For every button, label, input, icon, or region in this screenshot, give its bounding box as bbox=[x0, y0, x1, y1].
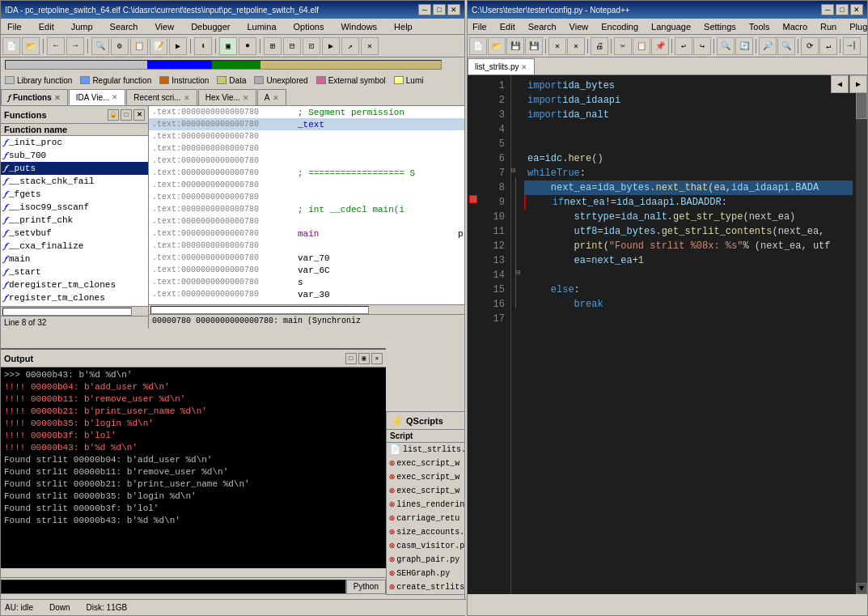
script-item-carriage[interactable]: ⊗ carriage_retu bbox=[387, 512, 464, 525]
func-item-sscanf[interactable]: 𝑓 __isoc99_sscanf bbox=[1, 201, 148, 214]
notepad-close-button[interactable]: ✕ bbox=[850, 4, 863, 15]
menu-help[interactable]: Help bbox=[392, 21, 415, 32]
toolbar-btn16[interactable]: ✕ bbox=[361, 37, 379, 55]
np-menu-encoding[interactable]: Encoding bbox=[599, 21, 641, 32]
script-item-list-strlits[interactable]: 📄 list_strlits.p bbox=[387, 443, 464, 457]
code-editor[interactable]: import ida_bytes import ida_idaapi impor… bbox=[521, 75, 856, 594]
hex-view-tab-close[interactable]: ✕ bbox=[243, 94, 249, 102]
tab-recent-scripts[interactable]: Recent scri... ✕ bbox=[126, 89, 197, 105]
np-tool-new[interactable]: 📄 bbox=[469, 37, 487, 55]
toolbar-new[interactable]: 📄 bbox=[2, 37, 20, 55]
toolbar-btn11[interactable]: ⊞ bbox=[264, 37, 282, 55]
np-tool-copy[interactable]: 📋 bbox=[633, 37, 650, 55]
functions-lock-button[interactable]: 🔒 bbox=[108, 109, 119, 121]
func-item-register[interactable]: 𝑓 register_tm_clones bbox=[1, 291, 148, 304]
np-menu-run[interactable]: Run bbox=[818, 21, 839, 32]
menu-file[interactable]: File bbox=[5, 21, 24, 32]
toolbar-btn7[interactable]: ▶ bbox=[169, 37, 187, 55]
python-button[interactable]: Python bbox=[346, 580, 386, 594]
menu-lumina[interactable]: Lumina bbox=[244, 21, 278, 32]
np-tool-wordwrap[interactable]: ↵ bbox=[819, 37, 837, 55]
toolbar-back[interactable]: ← bbox=[47, 37, 65, 55]
np-tool-save[interactable]: 💾 bbox=[506, 37, 524, 55]
output-content[interactable]: >>> 00000b43: b'%d %d\n' !!!! 00000b04: … bbox=[1, 367, 386, 568]
menu-windows[interactable]: Windows bbox=[338, 21, 379, 32]
func-item-fgets[interactable]: 𝑓 _fgets bbox=[1, 188, 148, 201]
toolbar-btn5[interactable]: 📋 bbox=[130, 37, 148, 55]
recent-scripts-tab-close[interactable]: ✕ bbox=[184, 94, 190, 102]
a-tab-close[interactable]: ✕ bbox=[273, 94, 279, 102]
np-menu-plug[interactable]: Plug bbox=[847, 21, 868, 32]
script-item-casm[interactable]: ⊗ casm_visitor.p bbox=[387, 539, 464, 553]
menu-view[interactable]: View bbox=[152, 21, 176, 32]
np-tool-paste[interactable]: 📌 bbox=[651, 37, 669, 55]
np-tool-open[interactable]: 📂 bbox=[488, 37, 506, 55]
tab-a[interactable]: A ✕ bbox=[257, 89, 286, 105]
toolbar-btn4[interactable]: ⚙ bbox=[111, 37, 129, 55]
func-item-cxa-finalize[interactable]: 𝑓 __cxa_finalize bbox=[1, 240, 148, 253]
code-scrollbar-h[interactable] bbox=[149, 304, 464, 314]
notepad-minimize-button[interactable]: ─ bbox=[821, 4, 834, 15]
toolbar-open[interactable]: 📂 bbox=[22, 37, 40, 55]
toolbar-btn10[interactable]: ● bbox=[239, 37, 256, 55]
script-item-exec3[interactable]: ⊗ exec_script_w bbox=[387, 484, 464, 498]
script-item-seh[interactable]: ⊗ SEHGraph.py bbox=[387, 567, 464, 580]
output-close-button[interactable]: ✕ bbox=[371, 353, 383, 364]
notepad-tab-close[interactable]: ✕ bbox=[521, 63, 527, 71]
ida-maximize-button[interactable]: □ bbox=[433, 4, 446, 15]
output-maximize-button[interactable]: □ bbox=[345, 353, 357, 364]
func-item-setvbuf[interactable]: 𝑓 _setvbuf bbox=[1, 227, 148, 240]
collapse-7-marker[interactable]: ⊟ bbox=[511, 163, 521, 177]
output-restore-button[interactable]: ▣ bbox=[358, 353, 370, 364]
np-tool-replace[interactable]: 🔄 bbox=[735, 37, 753, 55]
np-menu-language[interactable]: Language bbox=[649, 21, 693, 32]
script-item-exec1[interactable]: ⊗ exec_script_w bbox=[387, 457, 464, 470]
tab-hex-view[interactable]: Hex Vie... ✕ bbox=[198, 89, 256, 105]
ida-minimize-button[interactable]: ─ bbox=[418, 4, 431, 15]
np-tool-zoom-out[interactable]: 🔍 bbox=[777, 37, 795, 55]
np-tab-right-arrow[interactable]: ▶ bbox=[849, 75, 867, 93]
script-item-graph[interactable]: ⊗ graph_pair.py bbox=[387, 553, 464, 567]
functions-scrollbar[interactable] bbox=[2, 308, 132, 316]
np-menu-macro[interactable]: Macro bbox=[780, 21, 810, 32]
ida-view-tab-close[interactable]: ✕ bbox=[112, 93, 118, 101]
np-menu-edit[interactable]: Edit bbox=[498, 21, 518, 32]
toolbar-btn12[interactable]: ⊟ bbox=[283, 37, 301, 55]
functions-close-button[interactable]: ✕ bbox=[133, 109, 145, 121]
func-item-deregister[interactable]: 𝑓 deregister_tm_clones bbox=[1, 278, 148, 291]
func-item-main[interactable]: 𝑓 main bbox=[1, 253, 148, 266]
menu-options[interactable]: Options bbox=[291, 21, 327, 32]
np-menu-tools[interactable]: Tools bbox=[747, 21, 773, 32]
func-item-puts[interactable]: 𝑓 _puts bbox=[1, 162, 148, 175]
script-item-size[interactable]: ⊗ size_accounts. bbox=[387, 525, 464, 539]
np-menu-view[interactable]: View bbox=[567, 21, 591, 32]
function-list[interactable]: 𝑓 _init_proc 𝑓 sub_700 𝑓 _puts 𝑓 __stack… bbox=[1, 136, 148, 306]
collapse-14-marker[interactable]: ⊟ bbox=[515, 265, 521, 279]
np-tool-close[interactable]: ✕ bbox=[548, 37, 566, 55]
menu-search[interactable]: Search bbox=[108, 21, 141, 32]
script-item-create[interactable]: ⊗ create_strlits. bbox=[387, 580, 464, 594]
toolbar-btn8[interactable]: ⬇ bbox=[194, 37, 212, 55]
np-tab-left-arrow[interactable]: ◀ bbox=[831, 75, 849, 93]
scrollbar-down-arrow[interactable]: ▼ bbox=[856, 583, 867, 594]
script-item-lines[interactable]: ⊗ lines_renderin bbox=[387, 498, 464, 512]
ida-code-content[interactable]: .text:0000000000000780 ; Segment permiss… bbox=[149, 106, 464, 304]
np-tool-cut[interactable]: ✂ bbox=[614, 37, 632, 55]
notepad-maximize-button[interactable]: □ bbox=[836, 4, 849, 15]
script-item-exec2[interactable]: ⊗ exec_script_w bbox=[387, 470, 464, 484]
toolbar-btn3[interactable]: 🔍 bbox=[91, 37, 109, 55]
np-tool-zoom-in[interactable]: 🔎 bbox=[759, 37, 777, 55]
toolbar-btn13[interactable]: ⊡ bbox=[303, 37, 320, 55]
np-tool-close-all[interactable]: ✕ bbox=[567, 37, 585, 55]
functions-float-button[interactable]: □ bbox=[121, 109, 132, 121]
np-tool-indent[interactable]: →| bbox=[843, 37, 861, 55]
np-menu-search[interactable]: Search bbox=[526, 21, 559, 32]
np-tool-sync[interactable]: ⟳ bbox=[801, 37, 819, 55]
np-menu-settings[interactable]: Settings bbox=[701, 21, 739, 32]
ida-close-button[interactable]: ✕ bbox=[447, 4, 460, 15]
func-item-stack-chk[interactable]: 𝑓 __stack_chk_fail bbox=[1, 175, 148, 188]
code-scrollbar-thumb[interactable] bbox=[150, 306, 369, 314]
np-tool-redo[interactable]: ↪ bbox=[693, 37, 711, 55]
menu-jump[interactable]: Jump bbox=[69, 21, 95, 32]
toolbar-btn14[interactable]: ▶ bbox=[322, 37, 340, 55]
